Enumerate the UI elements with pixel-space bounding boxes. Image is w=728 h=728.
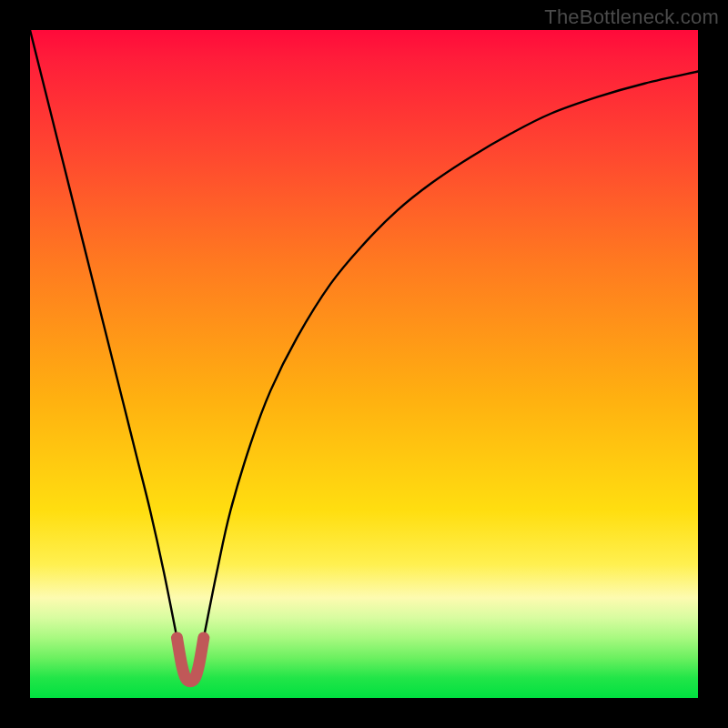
watermark-text: TheBottleneck.com <box>544 5 719 29</box>
chart-plot-area <box>30 30 698 698</box>
chart-frame: TheBottleneck.com <box>0 0 728 728</box>
chart-svg <box>30 30 698 698</box>
bottleneck-curve <box>30 30 698 682</box>
highlight-u <box>177 638 203 682</box>
